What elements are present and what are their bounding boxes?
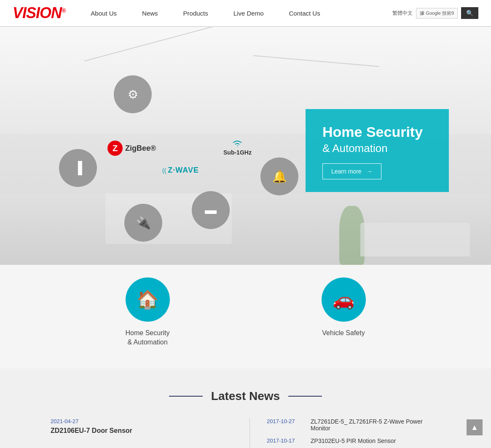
- nav-about-us[interactable]: About Us: [91, 10, 117, 17]
- learn-more-button[interactable]: Learn more →: [322, 163, 381, 179]
- news-item-right-0: 2017-10-27 ZL7261DE-5_ ZL7261FR-5 Z-Wave…: [267, 418, 440, 432]
- smart-plug-icon: 🔌: [136, 216, 151, 230]
- news-title-right-1[interactable]: ZP3102EU-5 PIR Motion Sensor: [311, 437, 396, 444]
- nav-contact-us[interactable]: Contact Us: [289, 10, 320, 17]
- search-button[interactable]: 🔍: [461, 7, 478, 19]
- zigbee-z-icon: Z: [107, 141, 123, 156]
- scroll-top-icon: ▲: [471, 423, 478, 432]
- scroll-to-top-button[interactable]: ▲: [467, 419, 483, 435]
- news-headline-left-0[interactable]: ZD2106EU-7 Door Sensor: [51, 427, 224, 435]
- category-home-security[interactable]: 🏠 Home Security & Automation: [126, 277, 170, 347]
- hero-overlay-box: Home Security & Automation Learn more →: [306, 109, 449, 192]
- news-column-left: 2021-04-27 ZD2106EU-7 Door Sensor: [51, 418, 224, 448]
- sub1ghz-label: Sub-1GHz: [223, 139, 252, 156]
- alarm-icon: 🔔: [272, 170, 287, 184]
- hub-icon: ▬: [205, 203, 217, 217]
- logo[interactable]: VISION®: [13, 4, 65, 22]
- hero-banner: ⚙ ▐ 🔌 ▬ 🔔 Z ZigBee® (( Z·WAVE Sub-1GH: [0, 27, 491, 265]
- nav-live-demo[interactable]: Live Demo: [233, 10, 264, 17]
- door-sensor-icon: ▐: [74, 161, 82, 175]
- news-column-right: 2017-10-27 ZL7261DE-5_ ZL7261FR-5 Z-Wave…: [250, 418, 440, 448]
- categories-section: 🏠 Home Security & Automation 🚗 Vehicle S…: [0, 265, 491, 368]
- sub1ghz-wifi-icon: [223, 139, 252, 149]
- news-title-row: Latest News: [51, 389, 440, 403]
- alarm-circle: 🔔: [260, 157, 298, 195]
- zigbee-logo: Z ZigBee®: [107, 141, 156, 156]
- news-date-right-0[interactable]: 2017-10-27: [267, 418, 305, 424]
- smart-plug-circle: 🔌: [124, 204, 162, 242]
- news-title-right-0[interactable]: ZL7261DE-5_ ZL7261FR-5 Z-Wave Power Moni…: [311, 418, 440, 432]
- hero-title-sub: & Automation: [322, 142, 432, 155]
- car-icon: 🚗: [333, 289, 354, 310]
- news-title-line-right: [288, 396, 322, 397]
- language-link[interactable]: 繁體中文: [392, 10, 413, 17]
- news-title: Latest News: [211, 389, 280, 403]
- news-title-line-left: [169, 396, 203, 397]
- door-sensor-circle: ▐: [59, 149, 97, 187]
- hero-title-main: Home Security: [322, 124, 432, 140]
- news-date-left-0[interactable]: 2021-04-27: [51, 418, 224, 424]
- zigbee-label: ZigBee®: [125, 144, 156, 153]
- vehicle-safety-label: Vehicle Safety: [322, 328, 365, 338]
- header: VISION® About Us News Products Live Demo…: [0, 0, 491, 27]
- search-icon: 🔍: [466, 10, 473, 16]
- google-search-box: 據 Google 技術9: [416, 8, 458, 19]
- room-sofa: [360, 223, 470, 256]
- motion-sensor-circle: ⚙: [114, 75, 152, 113]
- hub-circle: ▬: [192, 191, 230, 229]
- category-vehicle-safety[interactable]: 🚗 Vehicle Safety: [322, 277, 366, 347]
- vehicle-safety-circle: 🚗: [322, 277, 366, 322]
- news-columns: 2021-04-27 ZD2106EU-7 Door Sensor 2017-1…: [51, 418, 440, 448]
- motion-sensor-icon: ⚙: [128, 88, 138, 101]
- zwave-label: Z·WAVE: [168, 166, 199, 175]
- header-right: 繁體中文 據 Google 技術9 🔍: [392, 7, 478, 19]
- home-icon: 🏠: [137, 289, 158, 310]
- news-date-right-1[interactable]: 2017-10-17: [267, 437, 305, 444]
- main-nav: About Us News Products Live Demo Contact…: [91, 10, 392, 17]
- news-item-right-1: 2017-10-17 ZP3102EU-5 PIR Motion Sensor: [267, 437, 440, 446]
- home-security-label: Home Security & Automation: [126, 328, 170, 347]
- nav-products[interactable]: Products: [183, 10, 208, 17]
- arrow-icon: →: [367, 168, 373, 175]
- home-security-circle: 🏠: [126, 277, 170, 322]
- zwave-wifi-icon: ((: [162, 167, 166, 174]
- nav-news[interactable]: News: [142, 10, 158, 17]
- zwave-logo: (( Z·WAVE: [162, 166, 199, 175]
- news-section: Latest News 2021-04-27 ZD2106EU-7 Door S…: [0, 368, 491, 448]
